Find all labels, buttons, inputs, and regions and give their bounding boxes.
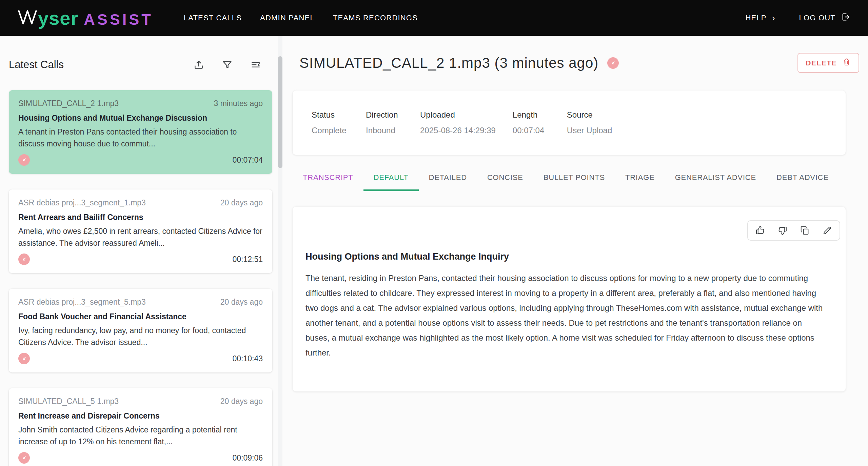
inbound-call-icon — [18, 254, 30, 265]
call-title: Food Bank Voucher and Financial Assistan… — [18, 312, 263, 321]
call-description: A tenant in Preston Pans contacted their… — [18, 126, 263, 149]
call-title: Housing Options and Mutual Exchange Disc… — [18, 114, 263, 123]
collapse-panel-icon[interactable] — [249, 58, 262, 71]
call-filename: SIMULATED_CALL_5 1.mp3 — [18, 397, 119, 406]
call-time: 3 minutes ago — [214, 99, 263, 108]
call-card-footer: 00:12:51 — [18, 254, 263, 265]
meta-value: Complete — [312, 126, 349, 135]
app-body: Latest Calls SIMULATED_CALL_2 1.mp3 3 mi… — [0, 36, 868, 466]
tab-bullet-points[interactable]: BULLET POINTS — [533, 173, 615, 191]
logout-button[interactable]: LOG OUT — [799, 12, 850, 24]
call-list: SIMULATED_CALL_2 1.mp3 3 minutes ago Hou… — [0, 90, 282, 466]
meta-label: Direction — [366, 110, 403, 120]
logout-label: LOG OUT — [799, 14, 835, 22]
inbound-call-icon — [18, 154, 30, 166]
tab-default[interactable]: DEFAULT — [363, 173, 419, 191]
call-metadata-card: Status Complete Direction Inbound Upload… — [293, 90, 846, 155]
call-time: 20 days ago — [220, 397, 263, 406]
filter-icon[interactable] — [221, 58, 234, 71]
app-logo[interactable]: yser ASSIST — [18, 7, 153, 29]
meta-length: Length 00:07:04 — [513, 110, 550, 135]
call-description: Amelia, who owes £2,500 in rent arrears,… — [18, 225, 263, 249]
call-time: 20 days ago — [220, 198, 263, 207]
tab-detailed[interactable]: DETAILED — [419, 173, 477, 191]
help-label: HELP — [745, 14, 766, 22]
call-description: Ivy, facing redundancy, low pay, and no … — [18, 325, 263, 348]
tab-generalist-advice[interactable]: GENERALIST ADVICE — [665, 173, 766, 191]
help-button[interactable]: HELP › — [745, 14, 775, 22]
tab-triage[interactable]: TRIAGE — [615, 173, 665, 191]
meta-label: Source — [567, 110, 612, 120]
delete-button[interactable]: DELETE — [797, 53, 859, 73]
call-card-footer: 00:10:43 — [18, 353, 263, 364]
page-title: SIMULATED_CALL_2 1.mp3 (3 minutes ago) — [299, 55, 598, 71]
meta-direction: Direction Inbound — [366, 110, 403, 135]
call-detail-header: SIMULATED_CALL_2 1.mp3 (3 minutes ago) D… — [293, 53, 859, 73]
meta-value: Inbound — [366, 126, 403, 135]
call-filename: SIMULATED_CALL_2 1.mp3 — [18, 99, 119, 108]
latest-calls-sidebar: Latest Calls SIMULATED_CALL_2 1.mp3 3 mi… — [0, 36, 282, 466]
inbound-call-icon — [18, 452, 30, 464]
sidebar-title: Latest Calls — [9, 59, 64, 71]
call-card-asr-segment-5[interactable]: ASR debias proj...3_segment_5.mp3 20 day… — [9, 289, 272, 372]
call-card-meta-row: ASR debias proj...3_segment_5.mp3 20 day… — [18, 298, 263, 307]
tab-transcript[interactable]: TRANSCRIPT — [293, 173, 363, 191]
call-duration: 00:07:04 — [232, 156, 263, 165]
call-description: John Smith contacted Citizens Advice reg… — [18, 424, 263, 447]
thumbs-down-icon[interactable] — [777, 225, 788, 236]
nav-admin-panel[interactable]: ADMIN PANEL — [260, 14, 315, 22]
summary-toolbar — [747, 220, 840, 241]
meta-label: Length — [513, 110, 550, 120]
nav-right-actions: HELP › LOG OUT — [745, 12, 850, 24]
tab-debt-advice[interactable]: DEBT ADVICE — [766, 173, 839, 191]
call-card-meta-row: SIMULATED_CALL_2 1.mp3 3 minutes ago — [18, 99, 263, 108]
summary-tabs: TRANSCRIPT DEFAULT DETAILED CONCISE BULL… — [293, 173, 859, 191]
call-title: Rent Increase and Disrepair Concerns — [18, 411, 263, 421]
call-card-meta-row: ASR debias proj...3_segment_1.mp3 20 day… — [18, 198, 263, 207]
summary-body: The tenant, residing in Preston Pans, co… — [305, 271, 825, 360]
edit-icon[interactable] — [822, 225, 833, 236]
delete-label: DELETE — [806, 59, 837, 67]
primary-nav: LATEST CALLS ADMIN PANEL TEAMS RECORDING… — [184, 14, 418, 22]
sidebar-header: Latest Calls — [0, 36, 282, 90]
call-filename: ASR debias proj...3_segment_1.mp3 — [18, 198, 146, 207]
thumbs-up-icon[interactable] — [755, 225, 766, 236]
meta-value: 00:07:04 — [513, 126, 550, 135]
call-card-simulated-call-5[interactable]: SIMULATED_CALL_5 1.mp3 20 days ago Rent … — [9, 388, 272, 466]
logo-text-wyser: yser — [38, 7, 78, 29]
nav-teams-recordings[interactable]: TEAMS RECORDINGS — [333, 14, 418, 22]
trash-icon — [842, 58, 851, 68]
call-duration: 00:12:51 — [232, 255, 263, 264]
inbound-call-icon — [607, 57, 619, 69]
call-card-footer: 00:09:06 — [18, 452, 263, 464]
call-card-asr-segment-1[interactable]: ASR debias proj...3_segment_1.mp3 20 day… — [9, 189, 272, 273]
call-duration: 00:10:43 — [232, 354, 263, 363]
top-navbar: yser ASSIST LATEST CALLS ADMIN PANEL TEA… — [0, 0, 868, 36]
call-duration: 00:09:06 — [232, 453, 263, 463]
meta-label: Status — [312, 110, 349, 120]
call-card-meta-row: SIMULATED_CALL_5 1.mp3 20 days ago — [18, 397, 263, 406]
wyser-logo-mark-icon — [18, 10, 37, 26]
sidebar-scrollbar-thumb[interactable] — [278, 56, 282, 168]
nav-latest-calls[interactable]: LATEST CALLS — [184, 14, 242, 22]
meta-label: Uploaded — [420, 110, 496, 120]
sidebar-scrollbar-track[interactable] — [278, 36, 282, 466]
sidebar-toolbar — [192, 58, 262, 71]
logo-text-assist: ASSIST — [84, 11, 153, 28]
tab-concise[interactable]: CONCISE — [477, 173, 533, 191]
call-detail-panel: SIMULATED_CALL_2 1.mp3 (3 minutes ago) D… — [282, 36, 868, 466]
copy-icon[interactable] — [800, 225, 810, 236]
meta-uploaded: Uploaded 2025-08-26 14:29:39 — [420, 110, 496, 135]
meta-status: Status Complete — [312, 110, 349, 135]
meta-value: User Upload — [567, 126, 612, 135]
summary-card: Housing Options and Mutual Exchange Inqu… — [293, 207, 846, 391]
call-card-footer: 00:07:04 — [18, 154, 263, 166]
meta-value: 2025-08-26 14:29:39 — [420, 126, 496, 135]
meta-source: Source User Upload — [567, 110, 612, 135]
inbound-call-icon — [18, 353, 30, 364]
upload-icon[interactable] — [192, 58, 205, 71]
call-title: Rent Arrears and Bailiff Concerns — [18, 213, 263, 222]
chevron-right-icon: › — [772, 14, 775, 22]
call-card-simulated-call-2[interactable]: SIMULATED_CALL_2 1.mp3 3 minutes ago Hou… — [9, 90, 272, 174]
call-time: 20 days ago — [220, 298, 263, 307]
